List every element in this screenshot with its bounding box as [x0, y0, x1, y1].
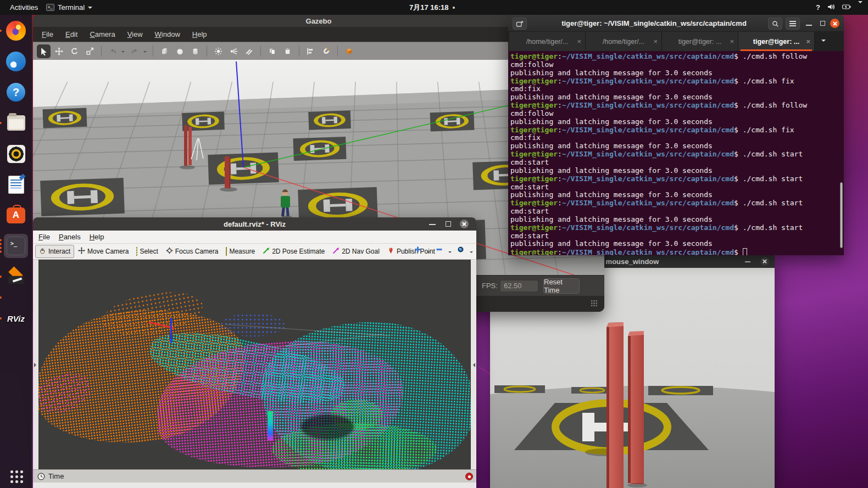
close-button[interactable] — [760, 257, 769, 266]
spot-light-icon[interactable] — [227, 44, 241, 58]
dock-item-unknown-app[interactable] — [4, 295, 28, 300]
rviz-menu-file[interactable]: File — [38, 233, 50, 241]
rotate-icon[interactable] — [68, 44, 81, 58]
rviz-tool-interact[interactable]: Interact — [35, 245, 74, 258]
rviz-titlebar[interactable]: default.rviz* - RViz — [33, 217, 476, 231]
terminal-scrollbar[interactable] — [840, 182, 843, 248]
search-button[interactable] — [768, 18, 782, 30]
zoom-in-icon[interactable] — [414, 245, 421, 255]
new-tab-button[interactable] — [513, 18, 527, 30]
terminal-tab-1[interactable]: /home/tiger/...× — [509, 32, 586, 51]
tabs-dropdown-icon[interactable] — [821, 40, 826, 44]
dock-item-firefox[interactable] — [4, 19, 28, 43]
caret-down-icon[interactable] — [470, 251, 473, 255]
terminal-headerbar[interactable]: tiger@tiger: ~/VISIM_single/catkin_ws/sr… — [508, 15, 844, 32]
fps-field[interactable]: 62.50 — [500, 280, 538, 292]
move-icon[interactable] — [52, 44, 66, 58]
tab-label: tiger@tiger: ... — [678, 38, 722, 46]
caret-down-icon[interactable] — [448, 251, 452, 255]
terminal-cursor[interactable] — [743, 248, 747, 255]
terminal-tab-4[interactable]: tiger@tiger: ...× — [738, 32, 815, 51]
gazebo-menu-camera[interactable]: Camera — [90, 30, 115, 38]
rviz-tool-select[interactable]: Select — [132, 245, 162, 257]
dock-item-files[interactable] — [4, 111, 28, 135]
close-tab-icon[interactable]: × — [730, 38, 734, 45]
volume-icon[interactable] — [827, 3, 835, 12]
terminal-output[interactable]: tiger@tiger:~/VISIM_single/catkin_ws/src… — [508, 51, 844, 255]
expand-panel-icon[interactable] — [34, 363, 38, 367]
dock-item-help[interactable] — [4, 80, 28, 104]
gazebo-menu-edit[interactable]: Edit — [65, 30, 77, 38]
tab-label: /home/tiger/... — [603, 38, 644, 46]
dock-item-ubuntu-software[interactable] — [4, 203, 28, 227]
box-icon[interactable] — [342, 44, 356, 58]
rviz-menu-panels[interactable]: Panels — [59, 233, 81, 241]
cylinder-icon[interactable] — [188, 44, 202, 58]
dock-item-rhythmbox[interactable] — [4, 142, 28, 166]
copy-icon[interactable] — [265, 44, 279, 58]
maximize-button[interactable] — [446, 221, 451, 227]
caret-down-icon[interactable] — [121, 51, 125, 54]
close-panel-button[interactable] — [465, 473, 473, 480]
dock-item-terminal[interactable]: >_ — [4, 234, 28, 258]
system-status-area[interactable]: ? — [816, 0, 863, 15]
undo-icon[interactable] — [106, 44, 120, 58]
toolbar-separator — [101, 46, 102, 57]
gazebo-menu-file[interactable]: File — [42, 30, 53, 38]
tab-label: /home/tiger/... — [526, 38, 568, 46]
rviz-tool-2d-pose-estimate[interactable]: 2D Pose Estimate — [259, 245, 329, 258]
rviz-tool-move-camera[interactable]: Move Camera — [74, 245, 132, 258]
magnet-icon[interactable] — [319, 44, 333, 58]
resize-grip[interactable] — [591, 300, 598, 307]
gazebo-menu-view[interactable]: View — [127, 30, 143, 38]
rviz-tool-2d-nav-goal[interactable]: 2D Nav Goal — [329, 245, 383, 258]
zoom-out-icon[interactable] — [436, 245, 443, 255]
paste-icon[interactable] — [281, 44, 294, 58]
cube-icon[interactable] — [158, 44, 171, 58]
minimize-button[interactable] — [806, 25, 812, 26]
caret-down-icon[interactable] — [858, 3, 863, 12]
rviz-right-panel-collapsed[interactable] — [471, 260, 476, 469]
close-tab-icon[interactable]: × — [653, 38, 658, 45]
clock[interactable]: 7月17 16:18 — [409, 0, 455, 15]
caret-down-icon[interactable] — [427, 251, 430, 255]
camera-icon[interactable] — [457, 245, 464, 255]
app-menu-terminal[interactable]: >_ Terminal — [46, 0, 92, 15]
redo-icon[interactable] — [128, 44, 142, 58]
rviz-tool-measure[interactable]: Measure — [222, 245, 259, 257]
network-question-icon[interactable]: ? — [816, 3, 820, 12]
close-button[interactable] — [830, 19, 839, 28]
maximize-button[interactable] — [820, 21, 825, 26]
rviz-left-panel-collapsed[interactable] — [33, 260, 38, 469]
rviz-tool-focus-camera[interactable]: Focus Camera — [162, 245, 222, 258]
gazebo-menu-help[interactable]: Help — [192, 30, 207, 38]
activities-button[interactable]: Activities — [7, 0, 41, 15]
close-tab-icon[interactable]: × — [806, 38, 810, 45]
scale-icon[interactable] — [83, 44, 97, 58]
minimize-button[interactable] — [429, 224, 436, 225]
directional-light-icon[interactable] — [242, 44, 256, 58]
gazebo-menu-window[interactable]: Window — [155, 30, 180, 38]
caret-down-icon[interactable] — [143, 51, 147, 54]
rviz-menu-help[interactable]: Help — [90, 233, 104, 241]
battery-charging-icon[interactable] — [842, 3, 851, 12]
minimize-button[interactable] — [745, 261, 750, 262]
point-light-icon[interactable] — [212, 44, 225, 58]
close-tab-icon[interactable]: × — [577, 38, 581, 45]
dock-item-gazebo[interactable] — [4, 265, 28, 289]
dock-item-libreoffice-writer[interactable] — [4, 172, 28, 197]
sphere-icon[interactable] — [173, 44, 187, 58]
terminal-tab-2[interactable]: /home/tiger/...× — [586, 32, 662, 51]
files-icon — [7, 115, 25, 131]
cursor-icon[interactable] — [37, 44, 51, 58]
terminal-tab-3[interactable]: tiger@tiger: ...× — [662, 32, 738, 51]
close-button[interactable] — [460, 220, 469, 228]
reset-time-button[interactable]: Reset Time — [543, 278, 580, 294]
dock-item-rviz[interactable]: RViz — [4, 306, 28, 330]
expand-panel-icon[interactable] — [471, 363, 475, 367]
menu-button[interactable] — [786, 18, 800, 30]
align-icon[interactable] — [304, 44, 318, 58]
rviz-3d-viewport[interactable] — [38, 260, 471, 469]
dock-item-thunderbird[interactable] — [4, 49, 28, 74]
dock-item-show-applications[interactable] — [4, 464, 28, 488]
